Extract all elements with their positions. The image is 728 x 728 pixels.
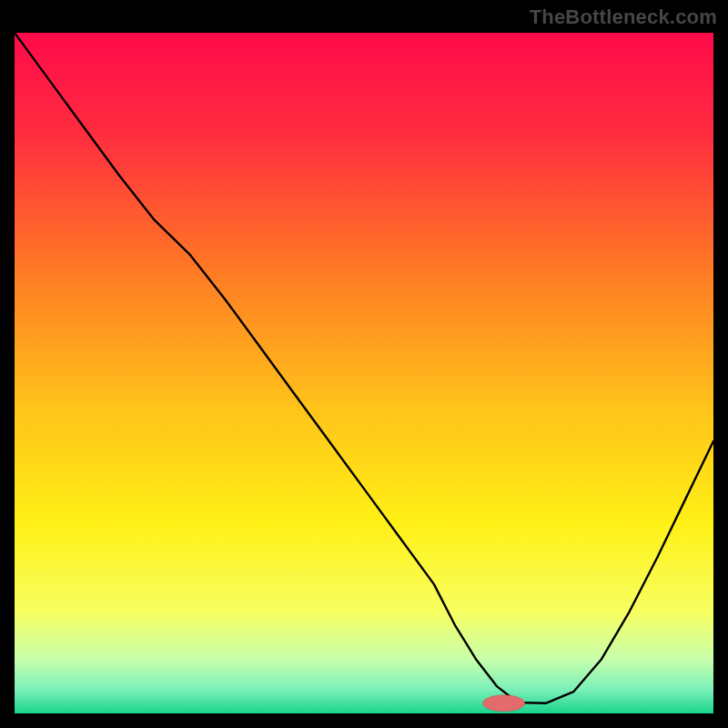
plot-area: [15, 33, 713, 713]
plot-svg: [15, 33, 713, 713]
chart-frame: TheBottleneck.com: [0, 0, 728, 728]
gradient-rect: [15, 33, 713, 713]
watermark-text: TheBottleneck.com: [530, 5, 717, 29]
optimal-marker: [483, 695, 525, 712]
